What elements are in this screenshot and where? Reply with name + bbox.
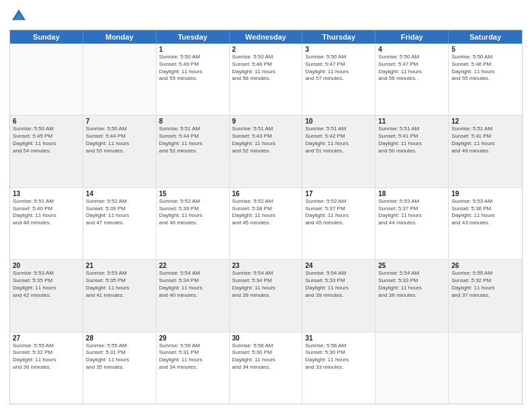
calendar-cell: 8Sunrise: 5:51 AM Sunset: 5:44 PM Daylig…: [157, 116, 230, 187]
calendar-cell: 11Sunrise: 5:51 AM Sunset: 5:41 PM Dayli…: [375, 116, 449, 187]
calendar-cell: 18Sunrise: 5:53 AM Sunset: 5:37 PM Dayli…: [375, 188, 449, 259]
day-number: 29: [159, 334, 226, 342]
calendar-cell: 6Sunrise: 5:50 AM Sunset: 5:45 PM Daylig…: [10, 116, 83, 187]
day-header: Wednesday: [230, 30, 303, 44]
calendar-cell: 15Sunrise: 5:52 AM Sunset: 5:39 PM Dayli…: [157, 188, 230, 259]
cell-info: Sunrise: 5:55 AM Sunset: 5:31 PM Dayligh…: [86, 342, 153, 371]
calendar-cell: 25Sunrise: 5:54 AM Sunset: 5:33 PM Dayli…: [375, 260, 449, 331]
cell-info: Sunrise: 5:50 AM Sunset: 5:48 PM Dayligh…: [232, 54, 300, 83]
calendar-body: 1Sunrise: 5:50 AM Sunset: 5:49 PM Daylig…: [10, 44, 522, 404]
day-header: Sunday: [10, 30, 83, 44]
day-header: Saturday: [449, 30, 522, 44]
day-number: 3: [305, 46, 372, 53]
logo: [9, 7, 31, 26]
cell-info: Sunrise: 5:54 AM Sunset: 5:34 PM Dayligh…: [159, 270, 226, 299]
day-number: 23: [232, 262, 300, 269]
day-number: 16: [232, 190, 300, 197]
calendar-cell: 31Sunrise: 5:56 AM Sunset: 5:30 PM Dayli…: [302, 332, 375, 404]
calendar-cell: 4Sunrise: 5:50 AM Sunset: 5:47 PM Daylig…: [375, 44, 449, 115]
day-number: 31: [305, 334, 372, 342]
cell-info: Sunrise: 5:56 AM Sunset: 5:30 PM Dayligh…: [305, 342, 372, 371]
calendar-cell: 1Sunrise: 5:50 AM Sunset: 5:49 PM Daylig…: [157, 44, 230, 115]
day-number: 21: [86, 262, 153, 269]
cell-info: Sunrise: 5:54 AM Sunset: 5:33 PM Dayligh…: [305, 270, 372, 299]
calendar-cell: 22Sunrise: 5:54 AM Sunset: 5:34 PM Dayli…: [157, 260, 230, 331]
day-number: 10: [305, 118, 372, 125]
calendar-week-row: 13Sunrise: 5:51 AM Sunset: 5:40 PM Dayli…: [10, 188, 522, 260]
day-number: 30: [232, 334, 300, 342]
cell-info: Sunrise: 5:56 AM Sunset: 5:30 PM Dayligh…: [232, 342, 300, 371]
calendar-cell: [449, 332, 522, 404]
day-number: 25: [378, 262, 445, 269]
calendar-cell: 20Sunrise: 5:53 AM Sunset: 5:35 PM Dayli…: [10, 260, 83, 331]
day-number: 1: [159, 46, 226, 53]
day-number: 8: [159, 118, 226, 125]
calendar-cell: 7Sunrise: 5:50 AM Sunset: 5:44 PM Daylig…: [83, 116, 157, 187]
calendar-week-row: 6Sunrise: 5:50 AM Sunset: 5:45 PM Daylig…: [10, 116, 522, 187]
day-number: 24: [305, 262, 372, 269]
cell-info: Sunrise: 5:53 AM Sunset: 5:35 PM Dayligh…: [13, 270, 80, 299]
calendar-cell: 10Sunrise: 5:51 AM Sunset: 5:42 PM Dayli…: [302, 116, 375, 187]
day-number: 15: [159, 190, 226, 197]
logo-icon: [9, 7, 28, 26]
calendar-cell: 3Sunrise: 5:50 AM Sunset: 5:47 PM Daylig…: [302, 44, 375, 115]
day-number: 5: [451, 46, 519, 53]
day-number: 11: [378, 118, 445, 125]
cell-info: Sunrise: 5:56 AM Sunset: 5:31 PM Dayligh…: [159, 342, 226, 371]
calendar-cell: 9Sunrise: 5:51 AM Sunset: 5:43 PM Daylig…: [230, 116, 303, 187]
calendar-cell: 30Sunrise: 5:56 AM Sunset: 5:30 PM Dayli…: [230, 332, 303, 404]
cell-info: Sunrise: 5:54 AM Sunset: 5:33 PM Dayligh…: [378, 270, 445, 299]
day-number: 27: [13, 334, 80, 342]
cell-info: Sunrise: 5:52 AM Sunset: 5:37 PM Dayligh…: [305, 198, 372, 227]
cell-info: Sunrise: 5:51 AM Sunset: 5:42 PM Dayligh…: [305, 126, 372, 154]
day-number: 17: [305, 190, 372, 197]
cell-info: Sunrise: 5:52 AM Sunset: 5:38 PM Dayligh…: [232, 198, 300, 227]
calendar-cell: 23Sunrise: 5:54 AM Sunset: 5:34 PM Dayli…: [230, 260, 303, 331]
calendar-cell: 13Sunrise: 5:51 AM Sunset: 5:40 PM Dayli…: [10, 188, 83, 259]
calendar-cell: 29Sunrise: 5:56 AM Sunset: 5:31 PM Dayli…: [157, 332, 230, 404]
calendar-cell: 27Sunrise: 5:55 AM Sunset: 5:32 PM Dayli…: [10, 332, 83, 404]
cell-info: Sunrise: 5:54 AM Sunset: 5:34 PM Dayligh…: [232, 270, 300, 299]
calendar-cell: 28Sunrise: 5:55 AM Sunset: 5:31 PM Dayli…: [83, 332, 157, 404]
cell-info: Sunrise: 5:50 AM Sunset: 5:49 PM Dayligh…: [159, 54, 226, 83]
day-number: 7: [86, 118, 153, 125]
day-number: 9: [232, 118, 300, 125]
day-number: 28: [86, 334, 153, 342]
cell-info: Sunrise: 5:50 AM Sunset: 5:47 PM Dayligh…: [305, 54, 372, 83]
calendar-week-row: 27Sunrise: 5:55 AM Sunset: 5:32 PM Dayli…: [10, 332, 522, 404]
cell-info: Sunrise: 5:50 AM Sunset: 5:47 PM Dayligh…: [378, 54, 445, 83]
day-number: 22: [159, 262, 226, 269]
calendar-cell: 24Sunrise: 5:54 AM Sunset: 5:33 PM Dayli…: [302, 260, 375, 331]
header: [9, 7, 523, 26]
calendar-cell: [10, 44, 83, 115]
calendar-cell: [83, 44, 157, 115]
cell-info: Sunrise: 5:51 AM Sunset: 5:44 PM Dayligh…: [159, 126, 226, 154]
day-number: 6: [13, 118, 80, 125]
calendar-cell: 26Sunrise: 5:55 AM Sunset: 5:32 PM Dayli…: [449, 260, 522, 331]
day-header: Thursday: [302, 30, 375, 44]
day-number: 2: [232, 46, 300, 53]
cell-info: Sunrise: 5:55 AM Sunset: 5:32 PM Dayligh…: [451, 270, 519, 299]
calendar-week-row: 1Sunrise: 5:50 AM Sunset: 5:49 PM Daylig…: [10, 44, 522, 116]
calendar-cell: 2Sunrise: 5:50 AM Sunset: 5:48 PM Daylig…: [230, 44, 303, 115]
cell-info: Sunrise: 5:51 AM Sunset: 5:40 PM Dayligh…: [13, 198, 80, 227]
calendar-cell: 19Sunrise: 5:53 AM Sunset: 5:36 PM Dayli…: [449, 188, 522, 259]
day-number: 19: [451, 190, 519, 197]
calendar-cell: 14Sunrise: 5:52 AM Sunset: 5:39 PM Dayli…: [83, 188, 157, 259]
cell-info: Sunrise: 5:51 AM Sunset: 5:43 PM Dayligh…: [232, 126, 300, 154]
day-header: Friday: [375, 30, 449, 44]
calendar-header: SundayMondayTuesdayWednesdayThursdayFrid…: [10, 30, 522, 44]
calendar: SundayMondayTuesdayWednesdayThursdayFrid…: [9, 30, 523, 404]
day-number: 26: [451, 262, 519, 269]
calendar-cell: 17Sunrise: 5:52 AM Sunset: 5:37 PM Dayli…: [302, 188, 375, 259]
page: SundayMondayTuesdayWednesdayThursdayFrid…: [0, 0, 532, 411]
calendar-cell: 21Sunrise: 5:53 AM Sunset: 5:35 PM Dayli…: [83, 260, 157, 331]
day-header: Tuesday: [157, 30, 230, 44]
day-number: 12: [451, 118, 519, 125]
day-number: 4: [378, 46, 445, 53]
calendar-cell: 12Sunrise: 5:51 AM Sunset: 5:41 PM Dayli…: [449, 116, 522, 187]
day-number: 20: [13, 262, 80, 269]
cell-info: Sunrise: 5:50 AM Sunset: 5:46 PM Dayligh…: [451, 54, 519, 83]
cell-info: Sunrise: 5:55 AM Sunset: 5:32 PM Dayligh…: [13, 342, 80, 371]
day-number: 13: [13, 190, 80, 197]
